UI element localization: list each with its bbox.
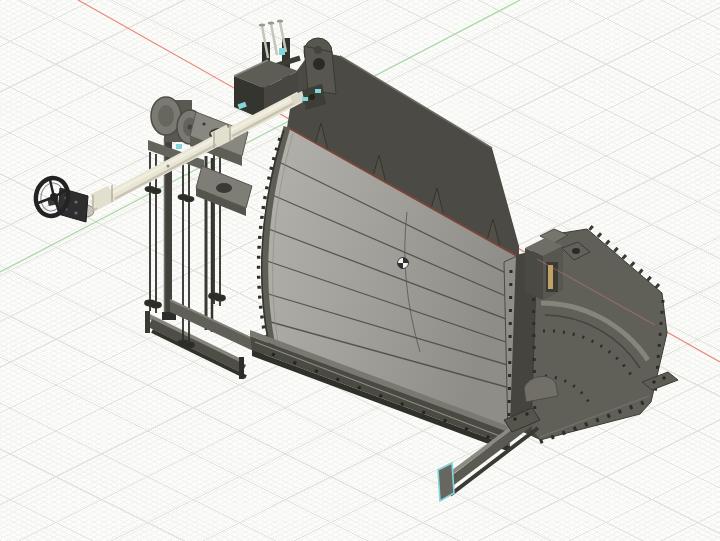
end-pier-plate[interactable] — [510, 227, 678, 442]
handwheel[interactable] — [32, 175, 88, 222]
cad-viewport-canvas[interactable] — [0, 0, 720, 541]
center-of-mass-marker[interactable] — [398, 258, 409, 269]
hoist-pedestal[interactable] — [148, 97, 252, 216]
model-scene — [0, 0, 720, 541]
